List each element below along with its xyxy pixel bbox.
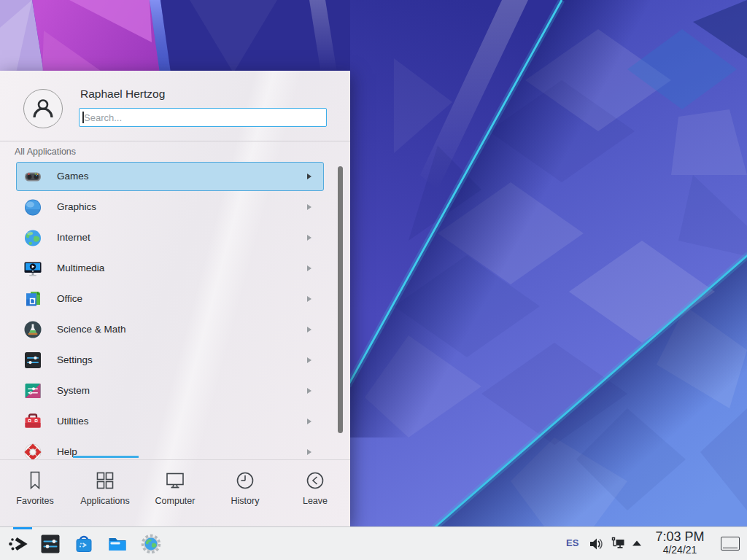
section-label: All Applications bbox=[15, 147, 76, 157]
lifebuoy-icon bbox=[23, 442, 43, 459]
documents-icon bbox=[23, 289, 43, 309]
taskbar-app-launcher-button[interactable] bbox=[7, 532, 30, 556]
search-input[interactable] bbox=[79, 108, 327, 127]
clock-time: 7:03 PM bbox=[648, 530, 712, 545]
volume-icon[interactable] bbox=[588, 536, 604, 552]
grid-icon bbox=[94, 470, 116, 491]
submenu-arrow-icon bbox=[307, 357, 311, 363]
category-science-math[interactable]: Science & Math bbox=[0, 314, 350, 345]
category-games[interactable]: Games bbox=[0, 161, 350, 192]
gamepad-icon bbox=[23, 166, 43, 187]
text-cursor bbox=[82, 112, 84, 123]
show-desktop-button[interactable] bbox=[721, 537, 740, 551]
category-label: Games bbox=[57, 161, 89, 192]
category-settings[interactable]: Settings bbox=[0, 345, 350, 376]
settings-sliders-icon bbox=[39, 533, 61, 555]
launcher-tab-bar: Favorites Applications Computer bbox=[0, 459, 350, 527]
scrollbar-thumb[interactable] bbox=[338, 166, 343, 433]
kde-logo-icon bbox=[7, 532, 30, 556]
category-office[interactable]: Office bbox=[0, 284, 350, 314]
tab-applications[interactable]: Applications bbox=[70, 460, 140, 527]
submenu-arrow-icon bbox=[307, 449, 311, 455]
clock-date: 4/24/21 bbox=[648, 545, 712, 556]
digital-clock[interactable]: 7:03 PM 4/24/21 bbox=[648, 530, 712, 556]
expand-arrow-icon[interactable] bbox=[630, 536, 643, 552]
submenu-arrow-icon bbox=[307, 235, 311, 241]
toolbox-icon bbox=[23, 411, 43, 432]
category-graphics[interactable]: Graphics bbox=[0, 192, 350, 222]
submenu-arrow-icon bbox=[307, 327, 311, 332]
category-utilities[interactable]: Utilities bbox=[0, 406, 350, 437]
tab-leave[interactable]: Leave bbox=[280, 460, 350, 527]
globe-icon bbox=[23, 228, 43, 248]
leave-icon bbox=[304, 470, 326, 491]
taskbar-file-manager-button[interactable] bbox=[107, 533, 128, 555]
person-icon bbox=[31, 96, 55, 121]
globe-gear-icon bbox=[140, 533, 162, 555]
monitor-icon bbox=[164, 470, 186, 491]
network-icon[interactable] bbox=[610, 536, 626, 552]
submenu-arrow-icon bbox=[307, 174, 311, 179]
user-name: Raphael Hertzog bbox=[80, 88, 165, 101]
active-task-indicator bbox=[13, 527, 32, 529]
system-sliders-icon bbox=[23, 381, 43, 401]
tab-history[interactable]: History bbox=[210, 460, 280, 527]
flask-icon bbox=[23, 319, 43, 340]
media-player-icon bbox=[23, 258, 43, 279]
user-avatar[interactable] bbox=[23, 89, 63, 128]
category-help[interactable]: Help bbox=[0, 437, 350, 459]
sliders-icon bbox=[23, 350, 43, 370]
taskbar-discover-button[interactable] bbox=[73, 533, 95, 555]
tab-favorites[interactable]: Favorites bbox=[0, 460, 70, 527]
bookmark-icon bbox=[24, 470, 46, 491]
submenu-arrow-icon bbox=[307, 204, 311, 210]
folder-icon bbox=[107, 533, 128, 555]
taskbar-web-browser-button[interactable] bbox=[140, 533, 162, 555]
category-list: Games Graphics Internet bbox=[0, 161, 350, 459]
category-system[interactable]: System bbox=[0, 376, 350, 406]
application-launcher-panel: Raphael Hertzog All Applications Games bbox=[0, 71, 350, 526]
submenu-arrow-icon bbox=[307, 296, 311, 302]
active-tab-indicator bbox=[73, 456, 139, 458]
taskbar-system-settings-button[interactable] bbox=[39, 533, 61, 555]
shopping-bag-icon bbox=[73, 533, 95, 555]
tab-computer[interactable]: Computer bbox=[140, 460, 210, 527]
keyboard-layout-indicator[interactable]: ES bbox=[566, 537, 578, 548]
category-multimedia[interactable]: Multimedia bbox=[0, 253, 350, 284]
clock-icon bbox=[234, 470, 256, 491]
submenu-arrow-icon bbox=[307, 419, 311, 424]
category-internet[interactable]: Internet bbox=[0, 222, 350, 253]
submenu-arrow-icon bbox=[307, 388, 311, 394]
sphere-icon bbox=[23, 197, 43, 217]
submenu-arrow-icon bbox=[307, 265, 311, 271]
taskbar: ES 7:03 PM 4/24/21 bbox=[0, 526, 747, 560]
header-separator bbox=[0, 141, 350, 141]
